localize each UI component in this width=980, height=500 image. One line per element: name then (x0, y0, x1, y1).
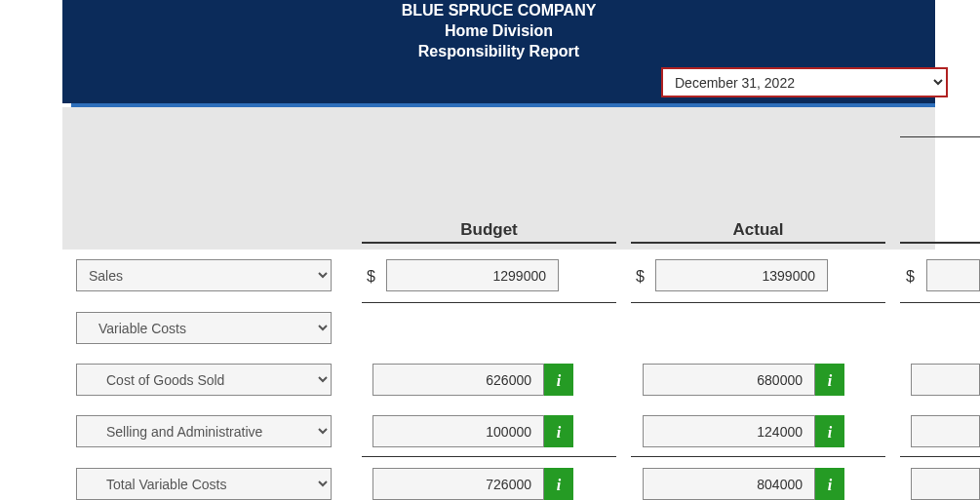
report-title: Responsibility Report (62, 40, 935, 60)
rule-difference-top (900, 136, 980, 137)
division-name: Home Division (62, 19, 935, 40)
currency-symbol: $ (636, 268, 649, 286)
column-underline-budget (362, 242, 616, 244)
info-icon[interactable]: i (544, 364, 573, 396)
info-icon[interactable]: i (544, 415, 573, 447)
currency-symbol: $ (906, 268, 920, 286)
column-header-budget: Budget (362, 220, 616, 240)
info-icon[interactable]: i (815, 415, 844, 447)
selling-admin-difference-input[interactable] (911, 415, 980, 447)
cogs-actual-input[interactable] (643, 364, 815, 396)
row-label-sales[interactable]: Sales (76, 259, 332, 291)
cogs-difference-input[interactable] (911, 364, 980, 396)
sales-actual-input[interactable] (655, 259, 828, 291)
total-variable-difference-input[interactable] (911, 468, 980, 500)
rule-difference-vc (900, 456, 980, 457)
cogs-budget-input[interactable] (372, 364, 544, 396)
company-name: BLUE SPRUCE COMPANY (62, 0, 935, 19)
total-variable-actual-input[interactable] (643, 468, 815, 500)
rule-budget-vc (362, 456, 616, 457)
rule-budget-sales (362, 302, 616, 303)
info-icon[interactable]: i (815, 364, 844, 396)
row-label-variable-costs[interactable]: Variable Costs (76, 312, 332, 344)
selling-admin-budget-input[interactable] (372, 415, 544, 447)
rule-difference-sales (900, 302, 980, 303)
rule-actual-vc (631, 456, 885, 457)
report-header: BLUE SPRUCE COMPANY Home Division Respon… (62, 0, 935, 103)
rule-actual-sales (631, 302, 885, 303)
report-date-select[interactable]: December 31, 2022 (661, 67, 948, 97)
sales-difference-input[interactable] (926, 259, 980, 291)
currency-symbol: $ (367, 268, 380, 286)
info-icon[interactable]: i (544, 468, 573, 500)
column-underline-difference (900, 242, 980, 244)
selling-admin-actual-input[interactable] (643, 415, 815, 447)
sales-budget-input[interactable] (386, 259, 559, 291)
info-icon[interactable]: i (815, 468, 844, 500)
row-label-total-variable[interactable]: Total Variable Costs (76, 468, 332, 500)
row-label-selling-admin[interactable]: Selling and Administrative (76, 415, 332, 447)
total-variable-budget-input[interactable] (372, 468, 544, 500)
column-underline-actual (631, 242, 885, 244)
row-label-cogs[interactable]: Cost of Goods Sold (76, 364, 332, 396)
column-header-actual: Actual (631, 220, 885, 240)
